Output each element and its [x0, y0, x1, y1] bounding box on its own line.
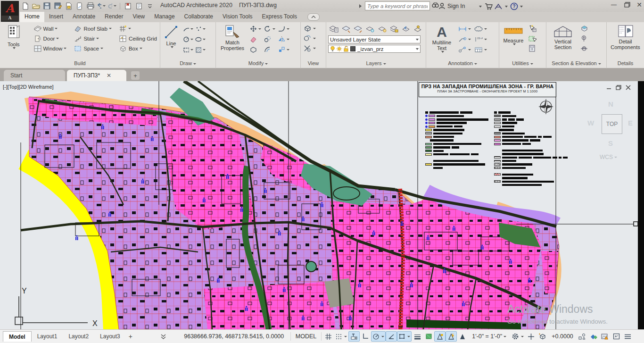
panel-label-modify[interactable]: Modify: [216, 60, 300, 68]
layer-match-icon[interactable]: [389, 25, 399, 33]
qat-customize-icon[interactable]: [145, 2, 154, 10]
tab-drawing-active[interactable]: ПУП-ЗП3*✕: [67, 70, 126, 81]
circle-tool[interactable]: [182, 34, 194, 44]
save-icon[interactable]: [42, 2, 51, 10]
viewcube-wcs-menu[interactable]: WCS: [600, 154, 617, 160]
visual-styles-tool[interactable]: [303, 33, 317, 43]
undo-icon[interactable]: [97, 2, 106, 10]
panel-label-section[interactable]: Section & Elevation: [546, 60, 606, 68]
viewcube-south[interactable]: S: [608, 139, 613, 147]
restore-button[interactable]: [620, 0, 634, 9]
tab-express-tools[interactable]: Express Tools: [257, 12, 302, 22]
annotation-scale-icon[interactable]: [457, 331, 468, 342]
application-menu-button[interactable]: A A: [1, 1, 19, 22]
mobile-icon[interactable]: [75, 2, 84, 10]
clean-screen-warning-icon[interactable]: [600, 331, 611, 342]
panel-label-annotation[interactable]: Annotation: [426, 60, 499, 68]
tab-home[interactable]: Home: [20, 12, 44, 22]
offset-tool[interactable]: [263, 45, 277, 55]
dynamic-input-icon[interactable]: [348, 331, 360, 342]
viewcube-top-face[interactable]: TOP: [602, 114, 622, 134]
panel-label-utilities[interactable]: Utilities: [499, 60, 546, 68]
minimize-button[interactable]: —: [607, 0, 620, 9]
layer-lock-icon[interactable]: [378, 25, 387, 33]
viewcube-east[interactable]: E: [628, 119, 633, 127]
move-tool[interactable]: [249, 24, 263, 34]
layout1-tab[interactable]: Layout1: [32, 331, 63, 342]
fullscreen-icon[interactable]: [611, 331, 622, 342]
ortho-mode-icon[interactable]: [360, 331, 371, 342]
viewport-minimize-icon[interactable]: [606, 85, 611, 91]
account-dropdown[interactable]: [505, 6, 508, 8]
ellipse-tool[interactable]: [194, 34, 206, 44]
array-tool[interactable]: [277, 45, 291, 55]
tab-start[interactable]: Start: [4, 70, 65, 81]
object-snap-tracking-icon[interactable]: [386, 331, 397, 342]
annotation-scale-value[interactable]: 1'-0" = 1'-0": [468, 333, 510, 340]
extrude-tool[interactable]: [249, 45, 263, 55]
panel-label-view[interactable]: View: [301, 60, 326, 68]
revision-cloud-tool[interactable]: [473, 24, 489, 34]
print-icon[interactable]: [86, 2, 95, 10]
annotation-monitor-icon[interactable]: [525, 331, 537, 342]
quick-select-tool[interactable]: [528, 24, 537, 33]
tab-render[interactable]: Render: [100, 12, 128, 22]
search-expand-arrow[interactable]: [359, 4, 362, 8]
copy-tool[interactable]: [263, 34, 277, 44]
select-similar-tool[interactable]: [528, 33, 537, 43]
space-tool[interactable]: Space: [73, 43, 113, 53]
new-file-icon[interactable]: [21, 2, 30, 10]
viewcube-west[interactable]: W: [587, 119, 594, 127]
annotation-autoscale-icon[interactable]: [446, 331, 457, 342]
tab-view[interactable]: View: [128, 12, 149, 22]
snap-mode-icon[interactable]: [334, 331, 348, 342]
layout3-tab[interactable]: Layout3: [94, 331, 126, 342]
rectangle-tool[interactable]: [182, 45, 194, 55]
box-tool[interactable]: Box: [118, 43, 158, 53]
erase-tool[interactable]: [249, 34, 263, 44]
new-drawing-tab-button[interactable]: +: [131, 71, 140, 80]
viewport-controls-label[interactable]: [-][Top][2D Wireframe]: [3, 84, 54, 90]
mirror-tool[interactable]: [277, 34, 291, 44]
workspace-dropdown[interactable]: [521, 336, 524, 337]
layer-off-icon[interactable]: [341, 25, 351, 33]
layer-state-combo[interactable]: Unsaved Layer State: [328, 35, 421, 43]
sheet-set-icon[interactable]: [134, 2, 143, 10]
osnap-dropdown[interactable]: [407, 336, 410, 337]
drawing-recovery-icon[interactable]: [64, 2, 73, 10]
section-cube-tool[interactable]: [579, 24, 589, 33]
layer-color-swatch[interactable]: [350, 46, 355, 51]
layout-overflow-icon[interactable]: [158, 331, 169, 342]
text-style-tool[interactable]: 09-A: [473, 34, 489, 44]
zoom-extents-tool[interactable]: [303, 43, 317, 53]
autodesk-account-icon[interactable]: [494, 2, 503, 11]
layout2-tab[interactable]: Layout2: [63, 331, 94, 342]
dimension-tool[interactable]: [457, 24, 473, 34]
sign-in-button[interactable]: Sign In: [438, 2, 465, 10]
tab-vision-tools[interactable]: Vision Tools: [218, 12, 257, 22]
point-tool[interactable]: [194, 24, 206, 34]
tag-tool[interactable]: 1: [457, 45, 473, 55]
lineweight-icon[interactable]: [412, 331, 423, 342]
layer-thaw-sun-icon[interactable]: [336, 46, 342, 52]
measure-button[interactable]: Measure: [501, 24, 526, 60]
graphics-performance-icon[interactable]: [577, 331, 588, 342]
leader-tool[interactable]: [457, 34, 473, 44]
fillet-tool[interactable]: [277, 24, 291, 34]
panel-label-build[interactable]: Build: [0, 60, 160, 68]
workspace-switching-icon[interactable]: [510, 331, 525, 342]
hardware-acceleration-icon[interactable]: [588, 331, 600, 342]
tab-collaborate[interactable]: Collaborate: [180, 12, 218, 22]
layer-on-bulb-icon[interactable]: [330, 46, 335, 52]
layer-combo[interactable]: _izvan_prz: [328, 45, 421, 53]
redo-dropdown[interactable]: [114, 5, 116, 7]
tab-close-icon[interactable]: ✕: [107, 72, 111, 79]
detail-components-button[interactable]: Detail Components: [609, 24, 642, 60]
sign-in-dropdown[interactable]: [479, 6, 482, 8]
window-tool[interactable]: Window: [33, 43, 68, 53]
help-dropdown[interactable]: [520, 6, 523, 8]
viewport-restore-icon[interactable]: [616, 85, 621, 91]
viewcube[interactable]: N W TOP E S WCS: [584, 94, 640, 163]
panel-label-details[interactable]: Details: [607, 60, 644, 68]
search-input[interactable]: [365, 3, 429, 9]
